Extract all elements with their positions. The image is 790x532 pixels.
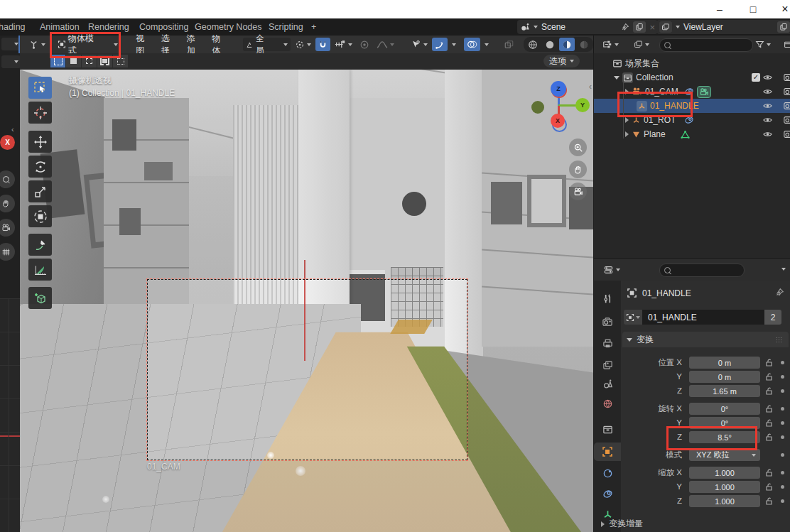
object-label-active[interactable]: 01_HANDLE: [650, 101, 699, 111]
scene-collection-row[interactable]: 场景集合: [594, 56, 790, 70]
object-label[interactable]: 01_CAM: [645, 87, 678, 97]
viewport-canvas[interactable]: 01_CAM 摄像机透视 (1) Collection | 01_HANDLE …: [20, 70, 593, 532]
tool-annotate[interactable]: [28, 234, 52, 256]
proportional-editing-toggle[interactable]: [357, 38, 372, 51]
keyframe-dot[interactable]: [781, 407, 784, 411]
keyframe-dot[interactable]: [781, 435, 784, 439]
outliner-search-input[interactable]: [659, 38, 753, 52]
tab-scene[interactable]: [594, 374, 621, 393]
tab-physics[interactable]: [594, 464, 621, 482]
shading-material-button[interactable]: [559, 38, 575, 51]
hide-icon[interactable]: [762, 87, 773, 97]
zoom-nav-button[interactable]: [0, 170, 15, 188]
hide-icon[interactable]: [762, 101, 773, 111]
tool-cursor[interactable]: [28, 102, 52, 124]
outliner-filter-collection-dropdown[interactable]: [631, 38, 652, 51]
hide-icon[interactable]: [762, 129, 773, 139]
object-label[interactable]: 01_ROT: [644, 115, 676, 125]
tab-collection[interactable]: [594, 420, 621, 438]
keyframe-dot[interactable]: [781, 485, 784, 489]
gizmo-minus-y-ball[interactable]: [531, 101, 544, 114]
disclosure-closed-icon[interactable]: [625, 89, 629, 94]
lock-open-icon[interactable]: [765, 386, 774, 396]
proportional-falloff-dropdown[interactable]: [374, 38, 397, 51]
lock-open-icon[interactable]: [765, 372, 774, 381]
overlays-dropdown[interactable]: [482, 38, 492, 51]
shading-solid-button[interactable]: [542, 38, 558, 51]
sidebar-toggle[interactable]: ‹: [589, 81, 592, 92]
rotation-z-field[interactable]: 8.5°: [689, 431, 760, 443]
scale-y-field[interactable]: 1.000: [689, 481, 760, 493]
transform-panel-header[interactable]: 变换: [622, 332, 789, 347]
rotation-mode-dropdown[interactable]: XYZ 欧拉: [689, 449, 760, 461]
outliner-display-mode-dropdown[interactable]: [600, 38, 622, 51]
keyframe-dot[interactable]: [781, 499, 784, 503]
rotation-x-field[interactable]: 0°: [689, 403, 760, 415]
properties-search-input[interactable]: [659, 264, 745, 277]
select-mode-subtract[interactable]: [82, 55, 97, 67]
left-sidebar-toggle[interactable]: ‹: [11, 125, 14, 134]
viewport-zoom-button[interactable]: [569, 139, 587, 156]
scene-name[interactable]: Scene: [541, 22, 617, 32]
gizmo-y-ball[interactable]: Y: [575, 98, 590, 112]
axis-x-ball[interactable]: X: [0, 135, 15, 150]
tab-add-workspace[interactable]: +: [307, 18, 320, 36]
minimize-button[interactable]: –: [709, 2, 730, 16]
disclosure-closed-icon[interactable]: [625, 117, 629, 123]
pivot-point-dropdown[interactable]: [292, 38, 314, 51]
tool-select-box[interactable]: [28, 77, 52, 99]
new-scene-button[interactable]: [633, 21, 646, 33]
tab-constraints[interactable]: [594, 484, 621, 503]
render-visibility-icon[interactable]: [783, 87, 790, 97]
location-x-field[interactable]: 0 m: [689, 357, 760, 369]
keyframe-dot[interactable]: [781, 375, 784, 379]
mode-selector[interactable]: 物体模式: [55, 38, 121, 51]
tool-options-dropdown[interactable]: 选项: [543, 55, 580, 67]
shading-rendered-button[interactable]: [576, 38, 592, 51]
delta-transform-panel-header[interactable]: 变换增量: [601, 518, 643, 530]
xray-toggle[interactable]: [501, 38, 517, 51]
hide-icon[interactable]: [762, 115, 773, 125]
render-visibility-icon[interactable]: [783, 72, 790, 82]
properties-editor-type-dropdown[interactable]: [600, 263, 623, 276]
lock-open-icon[interactable]: [765, 482, 774, 492]
maximize-button[interactable]: □: [742, 2, 764, 16]
object-name-field[interactable]: 01_HANDLE: [642, 310, 764, 325]
lock-open-icon[interactable]: [765, 358, 774, 367]
editor-type-dropdown[interactable]: [26, 38, 48, 51]
left-editor-dropdown2[interactable]: [1, 55, 21, 68]
gizmo-dropdown[interactable]: [449, 38, 459, 51]
camera-frame[interactable]: [147, 279, 467, 460]
disclosure-closed-icon[interactable]: [625, 131, 629, 137]
close-button[interactable]: ×: [774, 2, 790, 16]
tool-transform[interactable]: [28, 205, 52, 227]
tab-scripting[interactable]: Scripting: [264, 18, 308, 36]
tab-view-layer[interactable]: [594, 355, 621, 374]
scene-selector[interactable]: Scene ×: [517, 20, 658, 34]
viewlayer-selector[interactable]: ViewLayer: [656, 20, 790, 34]
keyframe-dot[interactable]: [781, 361, 784, 364]
lock-open-icon[interactable]: [765, 433, 774, 442]
lock-open-icon[interactable]: [765, 404, 774, 413]
collection-label[interactable]: Collection: [636, 72, 673, 82]
gizmos-toggle[interactable]: [432, 38, 448, 51]
tool-add-cube[interactable]: [28, 287, 52, 309]
users-count-button[interactable]: 2: [764, 310, 781, 325]
pin-icon[interactable]: [620, 23, 629, 32]
gizmo-z-ball[interactable]: Z: [551, 81, 566, 97]
snap-toggle[interactable]: [315, 38, 330, 51]
shading-wireframe-button[interactable]: [525, 38, 541, 51]
select-mode-intersect[interactable]: [113, 55, 128, 67]
disclosure-open-icon[interactable]: [614, 76, 619, 80]
transform-orientation-dropdown[interactable]: 全局: [243, 38, 291, 51]
select-mode-set[interactable]: [50, 55, 65, 67]
lock-open-icon[interactable]: [765, 468, 774, 477]
panel-drag-dots[interactable]: [776, 337, 783, 342]
select-mode-extend[interactable]: [66, 55, 81, 67]
camera-data-icon[interactable]: [697, 86, 711, 98]
left-editor-dropdown[interactable]: [1, 38, 21, 50]
tool-move[interactable]: [28, 131, 52, 153]
select-mode-invert[interactable]: [97, 55, 112, 67]
lock-open-icon[interactable]: [765, 496, 774, 506]
viewport-camera-button[interactable]: [569, 183, 587, 200]
